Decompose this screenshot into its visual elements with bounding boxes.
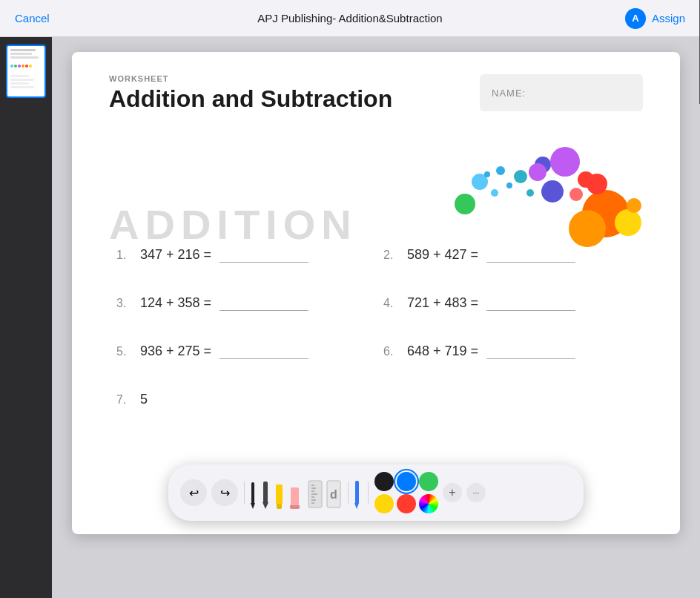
problems-grid: 1. 347 + 216 = 2. 589 + 427 = 3. 124 + 3… — [109, 231, 643, 424]
main-area: WORKSHEET Addition and Subtraction NAME:… — [0, 37, 700, 598]
worksheet-label: WORKSHEET — [109, 74, 392, 83]
svg-point-5 — [526, 189, 534, 197]
color-multicolor[interactable] — [419, 494, 438, 513]
color-black[interactable] — [374, 472, 394, 491]
svg-point-9 — [529, 163, 547, 181]
avatar: A — [625, 8, 646, 29]
svg-point-10 — [569, 188, 583, 201]
worksheet-title: Addition and Subtraction — [109, 86, 392, 112]
svg-point-2 — [506, 183, 512, 188]
problem-5: 5. 936 + 275 = — [109, 327, 376, 375]
eraser-tool[interactable] — [290, 476, 300, 509]
ruler-tools: d — [307, 476, 342, 509]
problem-number-3: 3. — [116, 297, 131, 310]
problem-equation-3: 124 + 358 = — [140, 295, 308, 311]
svg-point-16 — [587, 174, 607, 194]
undo-button[interactable]: ↩ — [180, 479, 207, 506]
protractor-icon[interactable]: d — [326, 479, 342, 509]
more-options-button[interactable]: ··· — [466, 483, 486, 502]
problems-area: 1. 347 + 216 = 2. 589 + 427 = 3. 124 + 3… — [109, 231, 643, 424]
drawing-toolbar: ↩ ↪ — [168, 464, 584, 521]
top-bar: Cancel APJ Publishing- Addition&Subtract… — [0, 0, 700, 37]
problem-number-7: 7. — [116, 393, 131, 407]
svg-point-17 — [491, 189, 498, 197]
worksheet-page: WORKSHEET Addition and Subtraction NAME:… — [72, 52, 680, 534]
problem-equation-6: 648 + 719 = — [407, 344, 575, 359]
assign-button[interactable]: Assign — [652, 12, 685, 24]
problem-2: 2. 589 + 427 = — [376, 231, 643, 279]
problem-equation-1: 347 + 216 = — [140, 247, 308, 263]
problem-equation-4: 721 + 483 = — [407, 295, 575, 311]
problem-number-4: 4. — [383, 297, 398, 310]
sidebar — [0, 37, 52, 598]
problem-equation-2: 589 + 427 = — [407, 247, 575, 263]
problem-3: 3. 124 + 358 = — [109, 279, 376, 327]
colors-section — [374, 472, 438, 513]
svg-point-7 — [541, 180, 564, 203]
problem-4: 4. 721 + 483 = — [376, 279, 643, 327]
problem-number-5: 5. — [116, 345, 131, 358]
colors-row-2 — [374, 494, 438, 513]
svg-point-3 — [455, 194, 475, 214]
svg-point-1 — [496, 166, 505, 175]
redo-button[interactable]: ↪ — [211, 479, 238, 506]
ruler-icon[interactable] — [307, 479, 323, 509]
problem-1: 1. 347 + 216 = — [109, 231, 376, 279]
problem-equation-5: 936 + 275 = — [140, 344, 308, 359]
pen-tool-black[interactable] — [251, 476, 255, 509]
svg-point-8 — [550, 147, 580, 177]
svg-point-4 — [514, 170, 527, 183]
pen-tool-thick[interactable] — [262, 476, 268, 509]
page-title: APJ Publishing- Addition&Subtraction — [257, 12, 442, 24]
separator-2 — [348, 482, 349, 504]
problem-number-2: 2. — [383, 249, 398, 262]
add-color-button[interactable]: + — [443, 483, 462, 502]
worksheet-header: WORKSHEET Addition and Subtraction NAME: — [109, 74, 643, 112]
problem-6: 6. 648 + 719 = — [376, 327, 643, 375]
problem-number-1: 1. — [116, 249, 131, 262]
separator-1 — [244, 482, 245, 504]
color-red[interactable] — [397, 494, 416, 513]
problem-equation-7: 5 — [140, 392, 148, 407]
highlighter-yellow[interactable] — [276, 476, 283, 509]
cancel-button[interactable]: Cancel — [15, 12, 50, 24]
name-box: NAME: — [480, 74, 643, 111]
color-blue[interactable] — [397, 472, 416, 491]
svg-point-15 — [627, 198, 641, 213]
svg-text:d: d — [330, 488, 337, 501]
content-panel: WORKSHEET Addition and Subtraction NAME:… — [52, 37, 700, 598]
svg-point-18 — [484, 171, 490, 177]
top-bar-right: A Assign — [625, 8, 685, 29]
problem-number-6: 6. — [383, 345, 398, 358]
separator-3 — [368, 482, 369, 504]
blue-pen-tool[interactable] — [354, 476, 359, 509]
color-green[interactable] — [419, 472, 438, 491]
page-thumbnail[interactable] — [6, 45, 46, 98]
colors-row-1 — [374, 472, 438, 491]
color-yellow[interactable] — [374, 494, 394, 513]
problem-7: 7. 5 — [109, 375, 376, 424]
